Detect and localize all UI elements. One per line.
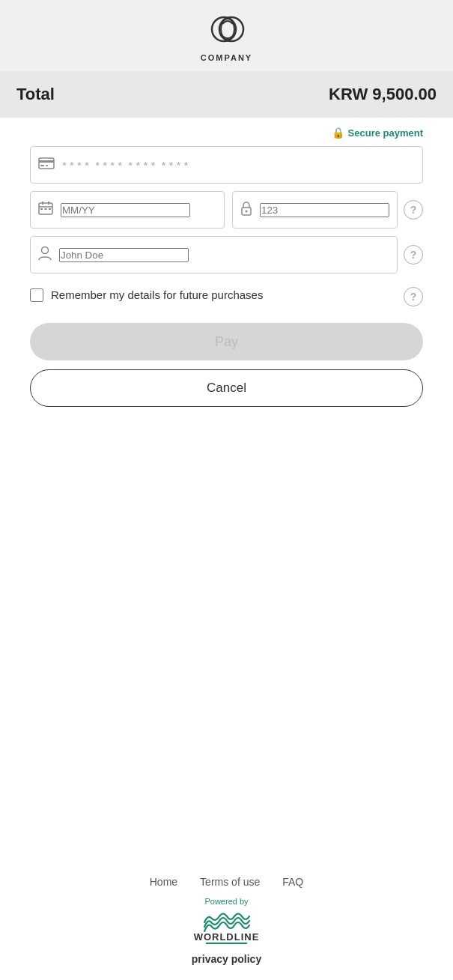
cvv-input[interactable] <box>260 203 389 217</box>
total-label: Total <box>16 85 55 104</box>
cvv-wrapper <box>232 191 398 229</box>
main-content: 🔒 Secure payment <box>0 118 453 407</box>
svg-point-15 <box>246 210 248 212</box>
svg-rect-12 <box>45 208 47 210</box>
card-number-wrapper <box>30 146 423 184</box>
svg-point-16 <box>42 246 49 253</box>
faq-link[interactable]: FAQ <box>282 876 303 888</box>
pay-button[interactable]: Pay <box>30 323 423 360</box>
home-link[interactable]: Home <box>150 876 177 888</box>
remember-details-label: Remember my details for future purchases <box>51 287 390 303</box>
name-help-button[interactable]: ? <box>404 245 423 264</box>
expiry-wrapper <box>30 191 225 229</box>
worldline-logo: WORLDLINE <box>194 910 260 949</box>
svg-rect-5 <box>40 165 44 166</box>
worldline-text: WORLDLINE <box>194 931 260 943</box>
secure-payment-row: 🔒 Secure payment <box>30 118 423 146</box>
lock-icon <box>240 202 252 219</box>
expiry-input[interactable] <box>61 203 190 217</box>
privacy-policy-link[interactable]: privacy policy <box>192 953 261 965</box>
cvv-group: ? <box>232 191 423 229</box>
company-name: COMPANY <box>201 53 252 62</box>
svg-rect-6 <box>46 165 48 166</box>
cancel-button[interactable]: Cancel <box>30 369 423 407</box>
remember-help-button[interactable]: ? <box>404 287 423 306</box>
worldline-underline <box>206 943 247 944</box>
card-number-row <box>30 146 423 184</box>
svg-rect-11 <box>40 208 43 210</box>
header: COMPANY <box>0 0 453 71</box>
name-row: ? <box>30 236 423 273</box>
calendar-icon <box>38 201 53 219</box>
expiry-cvv-row: ? <box>30 191 423 229</box>
total-bar: Total KRW 9,500.00 <box>0 71 453 118</box>
credit-card-icon <box>38 157 55 173</box>
svg-rect-4 <box>39 160 54 163</box>
worldline-waves-icon <box>201 910 253 933</box>
name-wrapper <box>30 236 398 273</box>
person-icon <box>38 246 52 264</box>
svg-rect-13 <box>49 208 51 210</box>
remember-details-checkbox[interactable] <box>30 288 43 302</box>
company-logo <box>204 10 249 52</box>
footer: Home Terms of use FAQ Powered by WORLDLI… <box>0 876 453 980</box>
total-amount: KRW 9,500.00 <box>329 85 437 104</box>
cardholder-name-input[interactable] <box>59 248 189 262</box>
lock-icon-green: 🔒 <box>332 127 344 139</box>
cvv-help-button[interactable]: ? <box>404 200 423 220</box>
powered-by-label: Powered by <box>204 897 248 906</box>
footer-links: Home Terms of use FAQ <box>150 876 304 888</box>
svg-rect-3 <box>39 158 54 169</box>
checkbox-row: Remember my details for future purchases… <box>30 287 423 306</box>
secure-payment-text: Secure payment <box>348 127 423 139</box>
terms-link[interactable]: Terms of use <box>200 876 260 888</box>
card-number-input[interactable] <box>62 159 415 172</box>
